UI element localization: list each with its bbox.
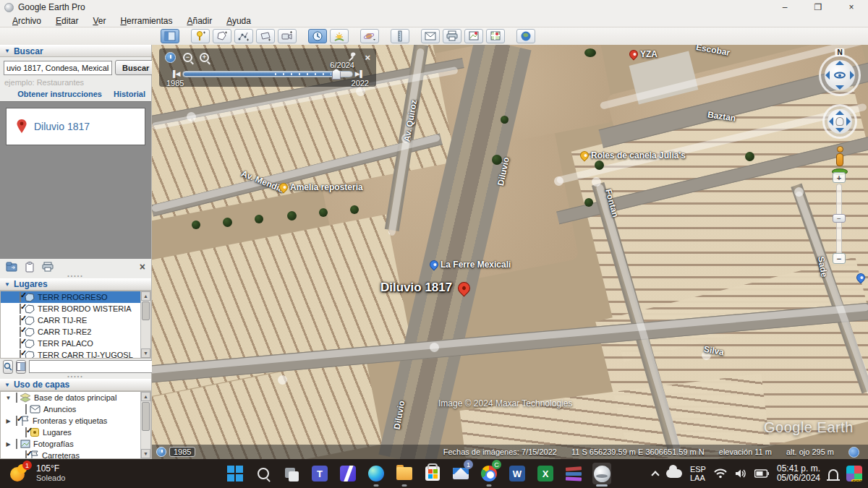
view-in-google-maps-button[interactable]	[486, 29, 505, 43]
history-link[interactable]: Historial	[114, 90, 145, 98]
place-checkbox[interactable]	[20, 292, 21, 302]
look-up-icon[interactable]	[835, 61, 844, 65]
restore-button[interactable]: ❐	[801, 0, 835, 14]
file-explorer-button[interactable]	[395, 463, 414, 484]
battery-icon[interactable]	[754, 469, 769, 478]
onedrive-icon[interactable]	[666, 469, 682, 478]
layer-item[interactable]: Lugares	[1, 427, 150, 438]
email-button[interactable]	[421, 29, 440, 43]
street-view-pegman[interactable]	[832, 146, 848, 175]
poi-amelia-reposteria[interactable]: Amelia reposteria	[279, 182, 363, 192]
chrome-app-button[interactable]: C	[480, 463, 498, 484]
layer-item[interactable]: ▶ Fotografías	[1, 438, 150, 450]
close-button[interactable]: ×	[835, 0, 868, 14]
places-scrollbar[interactable]: ▲ ▼	[140, 291, 150, 358]
placemark-diluvio-1817[interactable]: Diluvio 1817	[380, 281, 470, 295]
get-directions-link[interactable]: Obtener instrucciones	[17, 90, 102, 98]
menu-ayuda[interactable]: Ayuda	[220, 15, 258, 27]
place-checkbox[interactable]	[20, 327, 21, 337]
scroll-up-icon[interactable]: ▲	[141, 291, 150, 301]
taskbar-weather-widget[interactable]: 1 105°F Soleado	[9, 463, 65, 484]
store-app-button[interactable]	[423, 463, 442, 484]
scroll-down-icon[interactable]: ▼	[141, 449, 150, 458]
layer-item[interactable]: Carreteras	[1, 450, 150, 459]
menu-anadir[interactable]: Añadir	[180, 15, 218, 27]
place-checkbox[interactable]	[20, 304, 21, 314]
word-app-button[interactable]: W	[508, 463, 527, 484]
zoom-in-button[interactable]: +	[833, 172, 846, 183]
expand-icon[interactable]: ▼	[4, 395, 13, 401]
move-down-icon[interactable]	[835, 128, 844, 132]
scroll-down-icon[interactable]: ▼	[141, 348, 150, 358]
save-image-button[interactable]	[464, 29, 483, 43]
place-item[interactable]: CARR TIJ-RE2	[1, 326, 150, 338]
skip-start-icon[interactable]: ▐◀	[171, 70, 180, 77]
copilot-preview-icon[interactable]: PRE	[846, 466, 862, 481]
add-polygon-button[interactable]	[213, 29, 231, 43]
historical-imagery-button[interactable]	[308, 29, 327, 43]
add-placemark-button[interactable]	[191, 29, 210, 43]
expand-icon[interactable]: ▶	[4, 418, 13, 424]
move-left-icon[interactable]	[829, 117, 833, 126]
look-joystick[interactable]: N	[819, 54, 861, 96]
menu-editar[interactable]: Editar	[49, 15, 85, 27]
excel-app-button[interactable]: X	[536, 463, 555, 484]
imagery-year-badge[interactable]: 1985	[156, 447, 195, 457]
taskbar-search-button[interactable]	[254, 463, 273, 484]
search-input[interactable]	[4, 61, 112, 75]
earth-view-button[interactable]	[516, 29, 535, 43]
move-joystick[interactable]	[822, 104, 857, 139]
tray-overflow-icon[interactable]	[651, 471, 659, 479]
time-slider-close-icon[interactable]: ×	[365, 52, 370, 63]
time-zoom-out-icon[interactable]: −	[183, 53, 192, 62]
move-up-icon[interactable]	[835, 111, 844, 115]
zoom-track[interactable]	[836, 184, 842, 262]
layer-checkbox[interactable]	[16, 439, 17, 449]
look-left-icon[interactable]	[825, 71, 830, 80]
mail-app-button[interactable]: 1	[451, 463, 470, 484]
time-slider-track[interactable]	[182, 71, 353, 77]
place-checkbox[interactable]	[20, 350, 21, 359]
record-tour-button[interactable]	[278, 29, 297, 43]
google-earth-app-button[interactable]	[592, 463, 611, 484]
search-section-header[interactable]: ▼ Buscar	[0, 45, 151, 57]
map-viewport[interactable]: Escobar Baztan Av. Quiroz Av. Mendia Dil…	[152, 45, 868, 459]
poi-yza[interactable]: YZA	[629, 49, 658, 59]
time-slider-handle[interactable]	[332, 69, 341, 80]
layers-scrollbar[interactable]: ▲ ▼	[140, 392, 150, 458]
place-checkbox[interactable]	[20, 338, 21, 348]
layer-item[interactable]: Anuncios	[1, 403, 150, 415]
toggle-panel-button[interactable]	[16, 360, 26, 374]
place-item[interactable]: TERR PROGRESO	[1, 291, 150, 303]
expand-icon[interactable]: ▶	[4, 441, 13, 448]
edge-app-button[interactable]	[367, 463, 386, 484]
place-checkbox[interactable]	[20, 315, 21, 325]
print-button[interactable]	[443, 29, 461, 43]
add-path-button[interactable]	[234, 29, 253, 43]
places-section-header[interactable]: ▼ Lugares	[0, 278, 151, 291]
menu-ver[interactable]: Ver	[86, 15, 112, 27]
skip-end-icon[interactable]: ▶▌	[355, 70, 365, 77]
place-item[interactable]: TERR PALACO	[1, 338, 150, 349]
layer-item[interactable]: ▶ Fronteras y etiquetas	[1, 415, 150, 427]
layer-checkbox[interactable]	[25, 404, 27, 414]
menu-archivo[interactable]: Archivo	[6, 15, 48, 27]
place-item[interactable]: TERR BORDO WISTERIA	[1, 303, 150, 314]
ruler-button[interactable]	[391, 29, 409, 43]
poi-roles-de-canela[interactable]: Roles de canela Julia's	[580, 150, 686, 160]
notifications-icon[interactable]	[828, 469, 838, 479]
time-zoom-in-icon[interactable]: +	[200, 53, 209, 62]
winrar-app-button[interactable]	[564, 463, 583, 484]
layer-checkbox[interactable]	[16, 416, 17, 426]
teams-app-button[interactable]: T	[310, 463, 329, 484]
poi-la-ferre-mexicali[interactable]: La Ferre Mexicali	[430, 260, 511, 270]
place-item[interactable]: CARR TIJ-RE	[1, 314, 150, 326]
layers-section-header[interactable]: ▼ Uso de capas	[0, 379, 151, 391]
layer-checkbox[interactable]	[25, 427, 27, 437]
search-result-item[interactable]: Diluvio 1817	[6, 108, 145, 145]
place-item[interactable]: TERR CARR TIJ-YUGOSL	[1, 349, 150, 359]
print-results-icon[interactable]	[42, 262, 54, 272]
look-right-icon[interactable]	[850, 71, 854, 80]
clock-widget[interactable]: 05:41 p. m. 05/06/2024	[777, 464, 820, 483]
language-indicator[interactable]: ESP LAA	[690, 465, 706, 482]
